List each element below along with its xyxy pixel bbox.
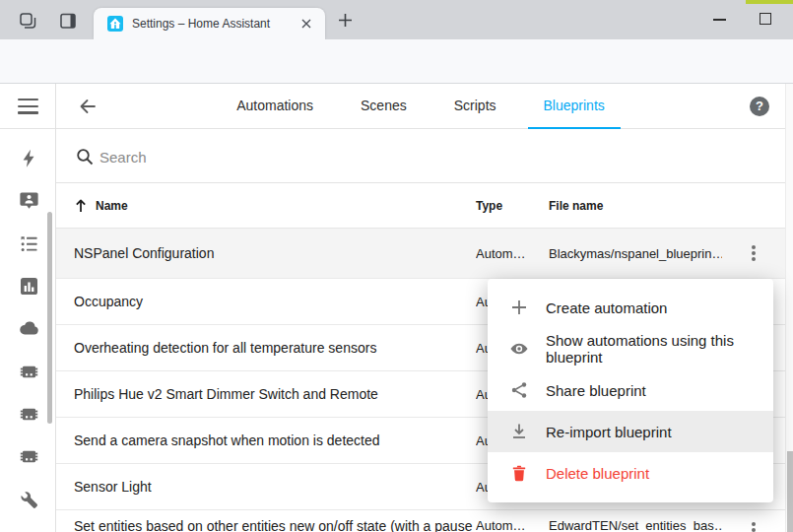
search-field[interactable]: Search [56, 129, 785, 183]
ha-nav-tabs: Automations Scenes Scripts Blueprints [56, 84, 785, 129]
browser-toolbar: Not secure homeassistant.local:8123/... [0, 39, 793, 84]
column-header-type[interactable]: Type [476, 199, 549, 213]
cloud-icon[interactable] [19, 318, 39, 339]
row-overflow-menu-icon[interactable] [742, 518, 765, 532]
home-assistant-page: Automations Scenes Scripts Blueprints ? … [0, 84, 793, 532]
wrench-icon[interactable] [19, 489, 39, 509]
share-icon [509, 380, 529, 400]
download-icon [509, 422, 529, 441]
trash-icon [509, 463, 529, 483]
eye-icon [509, 339, 529, 359]
lightning-icon[interactable] [19, 148, 39, 168]
workspaces-icon[interactable] [18, 11, 37, 31]
menu-item-share-blueprint[interactable]: Share blueprint [488, 369, 773, 411]
menu-item-delete-blueprint[interactable]: Delete blueprint [488, 452, 773, 494]
table-row[interactable]: Set entities based on other entities new… [56, 510, 785, 532]
menu-item-show-automations[interactable]: Show automations using this blueprint [488, 328, 773, 369]
tab-actions-icon[interactable] [58, 11, 78, 31]
chip-icon[interactable] [19, 404, 39, 425]
tab-scripts[interactable]: Scripts [438, 84, 512, 129]
ha-header: Automations Scenes Scripts Blueprints ? [56, 84, 785, 129]
search-icon [76, 148, 94, 166]
column-header-file[interactable]: File name [549, 199, 722, 213]
tab-automations[interactable]: Automations [221, 84, 329, 129]
page-scrollbar-track [785, 84, 793, 532]
window-maximize-button[interactable] [760, 13, 771, 25]
blueprint-context-menu: Create automation Show automations using… [488, 279, 773, 502]
table-header: Name Type File name [56, 183, 785, 229]
browser-tab-active[interactable]: Settings – Home Assistant [94, 8, 325, 39]
home-assistant-favicon [107, 16, 123, 32]
plus-icon [509, 298, 529, 317]
table-row[interactable]: NSPanel Configuration Autom… Blackymas/n… [56, 229, 785, 279]
window-minimize-button[interactable] [713, 19, 726, 21]
ha-sidebar [0, 84, 56, 532]
browser-window: Settings – Home Assistant Not secure [0, 0, 793, 532]
page-scrollbar-thumb[interactable] [787, 451, 793, 532]
list-icon[interactable] [19, 233, 39, 254]
tab-scenes[interactable]: Scenes [345, 84, 423, 129]
column-header-name[interactable]: Name [74, 199, 476, 213]
hamburger-menu-icon[interactable] [18, 99, 38, 114]
menu-item-reimport-blueprint[interactable]: Re-import blueprint [488, 411, 773, 452]
chip-icon[interactable] [19, 446, 39, 467]
chip-icon[interactable] [19, 362, 39, 382]
sort-ascending-icon [74, 199, 88, 213]
desktop-background-sliver [746, 0, 793, 4]
tab-blueprints[interactable]: Blueprints [528, 84, 621, 129]
menu-item-create-automation[interactable]: Create automation [488, 287, 773, 328]
tab-close-icon[interactable] [297, 15, 315, 33]
sidebar-scrollbar-thumb[interactable] [47, 212, 52, 424]
row-overflow-menu-icon[interactable] [742, 241, 765, 265]
person-badge-icon[interactable] [19, 190, 39, 211]
chart-box-icon[interactable] [19, 276, 39, 297]
tab-title: Settings – Home Assistant [132, 17, 297, 31]
help-icon[interactable]: ? [750, 97, 769, 116]
new-tab-button[interactable] [337, 12, 354, 29]
search-placeholder: Search [99, 149, 147, 166]
browser-tab-strip: Settings – Home Assistant [0, 0, 793, 39]
ha-sidebar-header [0, 84, 55, 129]
